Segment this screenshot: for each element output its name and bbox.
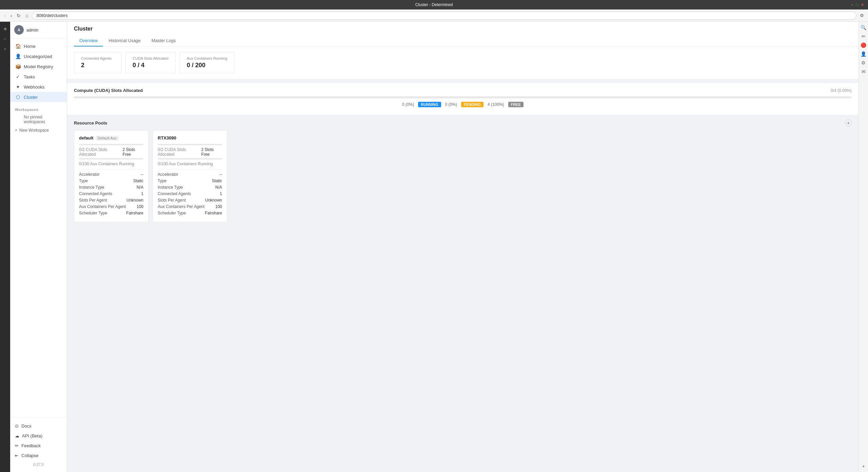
pool-card-rtx3090: RTX3090 0/2 CUDA Slots Allocated 2 Slots… — [153, 130, 227, 222]
pool-default-tag: Default Aux — [96, 136, 119, 140]
collapse-button[interactable]: ⇤ Collapse — [10, 451, 67, 460]
sidebar-navigation: 🏠 Home 👤 Uncategorized 📦 Model Registry … — [10, 38, 67, 417]
extensions-button[interactable]: ⚙ — [859, 12, 865, 19]
sidebar-item-home[interactable]: 🏠 Home — [10, 41, 67, 51]
browser-title: Cluster - Determined — [415, 2, 453, 7]
forward-button[interactable]: › — [9, 12, 14, 19]
minimize-button[interactable]: − — [851, 3, 853, 7]
sidebar-item-uncategorized-label: Uncategorized — [24, 54, 52, 59]
tab-master-logs[interactable]: Master Logs — [146, 35, 181, 46]
compute-info: 0/4 (0.00%) — [831, 88, 852, 93]
avatar: A — [14, 25, 24, 35]
sidebar-item-model-registry-label: Model Registry — [24, 64, 53, 69]
running-badge[interactable]: RUNNING — [418, 102, 441, 107]
pool-rtx3090-cuda-free: 2 Slots Free — [201, 147, 222, 157]
toolbar-icon-3[interactable]: + — [1, 45, 9, 53]
cuda-slots-value: 0 / 4 — [133, 62, 169, 69]
address-bar[interactable] — [32, 12, 856, 20]
pending-pct: 0 (0%) — [445, 102, 457, 107]
sidebar-item-home-label: Home — [24, 44, 36, 49]
pool-default-connected-agents: Connected Agents 1 — [79, 191, 143, 196]
pool-rtx3090-cuda-bar — [158, 144, 222, 145]
pool-default-scheduler-type: Scheduler Type Fairshare — [79, 211, 143, 215]
aux-containers-card: Aux Containers Running 0 / 200 — [180, 52, 234, 73]
pool-rtx3090-aux-stat: 0/100 Aux Containers Running — [158, 162, 222, 166]
reload-button[interactable]: ↻ — [15, 12, 22, 19]
workspaces-header: Workspaces — [10, 105, 67, 113]
right-search-icon[interactable]: 🔍 — [860, 24, 867, 31]
pool-rtx3090-instance-type: Instance Type N/A — [158, 185, 222, 190]
toolbar-icon-1[interactable]: ◈ — [1, 24, 9, 33]
collapse-icon: ⇤ — [15, 453, 19, 458]
right-bookmark-icon[interactable]: 🔴 — [860, 41, 867, 49]
compute-title: Compute (CUDA) Slots Allocated — [74, 88, 143, 93]
pool-rtx3090-scheduler-type: Scheduler Type Fairshare — [158, 211, 222, 215]
pool-rtx3090-name: RTX3090 — [158, 135, 176, 140]
connected-agents-label: Connected Agents — [81, 56, 114, 60]
feedback-button[interactable]: ✏ Feedback — [10, 441, 67, 451]
page-title: Cluster — [74, 26, 852, 32]
new-workspace-button[interactable]: + New Workspace — [10, 126, 67, 135]
resource-pools-title: Resource Pools — [74, 120, 107, 126]
home-button[interactable]: ⌂ — [24, 12, 29, 19]
sidebar-item-webhooks[interactable]: ✦ Webhooks — [10, 82, 67, 92]
uncategorized-icon: 👤 — [15, 54, 21, 59]
pool-rtx3090-aux-bar — [158, 158, 222, 159]
navigation-bar: ‹ › ↻ ⌂ ⚙ — [0, 10, 868, 22]
tab-bar: Overview Historical Usage Master Logs — [74, 35, 852, 46]
api-beta-button[interactable]: ☁ API (Beta) — [10, 431, 67, 441]
pool-rtx3090-aux-per-agent: Aux Containers Per Agent 100 — [158, 204, 222, 209]
free-badge[interactable]: FREE — [508, 102, 524, 107]
sidebar-item-model-registry[interactable]: 📦 Model Registry — [10, 61, 67, 72]
resource-pools-header: Resource Pools + — [74, 119, 852, 126]
far-left-toolbar: ◈ ○ + — [0, 22, 10, 472]
pool-default-type: Type Static — [79, 178, 143, 183]
docs-icon: ⊙ — [15, 423, 19, 429]
right-user-icon[interactable]: 👤 — [860, 50, 867, 58]
sidebar-item-uncategorized[interactable]: 👤 Uncategorized — [10, 51, 67, 61]
docs-button[interactable]: ⊙ Docs — [10, 421, 67, 431]
pool-default-cuda-stat: 0/2 CUDA Slots Allocated 2 Slots Free — [79, 147, 143, 157]
left-sidebar: A admin 🏠 Home 👤 Uncategorized 📦 Model R… — [10, 22, 67, 472]
webhooks-icon: ✦ — [15, 84, 21, 90]
feedback-icon: ✏ — [15, 443, 19, 448]
sidebar-item-cluster[interactable]: ⬡ Cluster — [10, 92, 67, 102]
stats-row: Connected Agents 2 CUDA Slots Allocated … — [67, 46, 859, 79]
cuda-slots-card: CUDA Slots Allocated 0 / 4 — [125, 52, 176, 73]
right-edit-icon[interactable]: ✏ — [860, 33, 867, 40]
pool-rtx3090-accelerator: Accelerator -- — [158, 172, 222, 177]
tab-overview[interactable]: Overview — [74, 35, 103, 46]
pool-rtx3090-type: Type Static — [158, 178, 222, 183]
version-label: 0.27.0 — [10, 460, 67, 469]
close-button[interactable]: ✕ — [861, 3, 864, 7]
sidebar-item-tasks[interactable]: ✓ Tasks — [10, 72, 67, 82]
tab-historical-usage[interactable]: Historical Usage — [103, 35, 146, 46]
window-controls: − □ ✕ — [851, 3, 864, 7]
right-add-icon[interactable]: + — [860, 462, 867, 470]
cluster-icon: ⬡ — [15, 94, 21, 100]
right-mail-icon[interactable]: ✉ — [860, 68, 867, 75]
api-icon: ☁ — [15, 433, 19, 438]
pool-rtx3090-connected-agents: Connected Agents 1 — [158, 191, 222, 196]
pool-default-aux-per-agent: Aux Containers Per Agent 100 — [79, 204, 143, 209]
free-pct: 4 (100%) — [488, 102, 504, 107]
right-settings-icon[interactable]: ⚙ — [860, 59, 867, 67]
right-sidebar: 🔍 ✏ 🔴 👤 ⚙ ✉ + — [859, 22, 868, 472]
new-workspace-icon: + — [15, 128, 17, 133]
pool-default-aux-label: 0/100 Aux Containers Running — [79, 162, 134, 166]
sidebar-item-webhooks-label: Webhooks — [24, 84, 44, 90]
main-content: Cluster Overview Historical Usage Master… — [67, 22, 859, 472]
back-button[interactable]: ‹ — [3, 12, 7, 19]
pool-default-divider — [79, 169, 143, 169]
running-pct: 0 (0%) — [402, 102, 414, 107]
maximize-button[interactable]: □ — [856, 3, 858, 7]
pool-default-aux-bar — [79, 158, 143, 159]
pending-badge[interactable]: PENDING — [461, 102, 484, 107]
nav-action-buttons: ⚙ — [859, 12, 865, 19]
add-pool-button[interactable]: + — [845, 119, 852, 126]
compute-bar — [74, 96, 852, 98]
pool-default-cuda-free: 2 Slots Free — [123, 147, 143, 157]
tasks-icon: ✓ — [15, 74, 21, 79]
toolbar-icon-2[interactable]: ○ — [1, 35, 9, 43]
connected-agents-value: 2 — [81, 62, 114, 69]
